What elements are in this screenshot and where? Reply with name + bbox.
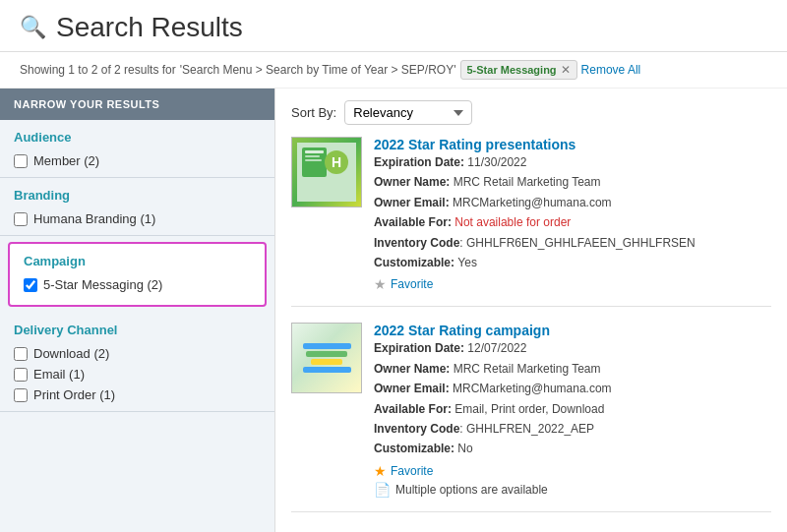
available-for-label-2: Available For: [374,402,454,416]
thumb-bar-yellow [311,359,342,365]
star-icon-2[interactable]: ★ [374,463,387,479]
exp-date-value-2: 12/07/2022 [467,341,526,355]
breadcrumb-path: 'Search Menu > Search by Time of Year > … [180,63,456,77]
main-content: NARROW YOUR RESULTS Audience Member (2) … [0,89,787,532]
result-title-1[interactable]: 2022 Star Rating presentations [374,137,575,152]
checkbox-5star-messaging[interactable] [24,278,37,292]
breadcrumb-bar: Showing 1 to 2 of 2 results for 'Search … [0,52,787,89]
multiple-options-text: Multiple options are available [395,483,548,497]
owner-email-label-1: Owner Email: [374,196,453,209]
favorite-label-1[interactable]: Favorite [391,277,433,291]
result-meta-1: Expiration Date: 11/30/2022 Owner Name: … [374,152,771,272]
favorite-label-2[interactable]: Favorite [391,464,433,478]
checkbox-print-order[interactable] [14,388,28,402]
exp-date-label-1: Expiration Date: [374,155,467,169]
svg-rect-4 [305,159,322,161]
sidebar-section-audience: Audience Member (2) [0,120,274,178]
sidebar-item-humana-branding: Humana Branding (1) [14,208,261,229]
result-details-2: 2022 Star Rating campaign Expiration Dat… [374,323,771,497]
owner-email-value-1: MRCMarketing@humana.com [453,196,612,209]
svg-rect-3 [305,155,320,157]
svg-text:H: H [332,154,341,170]
label-member[interactable]: Member (2) [33,153,99,168]
sidebar-item-email: Email (1) [14,364,261,384]
thumbnail-image-2 [292,324,361,392]
tag-remove-icon[interactable]: ✕ [561,63,571,77]
sidebar-item-member: Member (2) [14,150,261,171]
inventory-label-1: Inventory Code [374,236,459,250]
multi-options-icon: 📄 [374,482,391,498]
exp-date-value-1: 11/30/2022 [467,155,526,169]
owner-name-label-2: Owner Name: [374,362,454,376]
results-area: Sort By: Relevancy Date Title [275,89,787,532]
checkbox-humana-branding[interactable] [14,212,28,226]
available-for-value-2: Email, Print order, Download [454,402,604,416]
page-title: Search Results [56,12,243,43]
owner-email-value-2: MRCMarketing@humana.com [453,382,612,395]
sidebar-title-campaign[interactable]: Campaign [24,254,251,268]
active-filter-tag[interactable]: 5-Star Messaging ✕ [460,60,577,80]
checkbox-download[interactable] [14,347,28,361]
inventory-value-2: : GHHLFREN_2022_AEP [459,422,594,436]
checkbox-member[interactable] [14,154,28,168]
sidebar-item-download: Download (2) [14,343,261,364]
thumb-bar-green [306,351,347,357]
remove-all-link[interactable]: Remove All [581,63,641,77]
sidebar-section-campaign: Campaign 5-Star Messaging (2) [8,242,267,307]
thumbnail-image-1: H [292,138,361,207]
svg-rect-2 [305,150,324,153]
page-header: 🔍 Search Results [0,0,787,52]
customizable-value-1: Yes [457,256,477,269]
favorite-row-2: ★ Favorite [374,463,771,479]
sort-label: Sort By: [291,105,336,120]
sidebar-item-print-order: Print Order (1) [14,384,261,405]
sort-select[interactable]: Relevancy Date Title [344,100,472,125]
result-thumbnail-1: H [291,137,362,207]
favorite-row-1: ★ Favorite [374,276,771,292]
sidebar-title-audience[interactable]: Audience [14,130,261,145]
owner-name-value-2: MRC Retail Marketing Team [454,362,601,376]
inventory-label-2: Inventory Code [374,422,459,436]
label-5star-messaging[interactable]: 5-Star Messaging (2) [43,277,162,292]
label-humana-branding[interactable]: Humana Branding (1) [33,211,155,226]
customizable-label-1: Customizable: [374,256,457,269]
search-icon: 🔍 [20,15,46,40]
customizable-label-2: Customizable: [374,442,457,455]
available-for-label-1: Available For: [374,215,454,229]
sidebar-header: NARROW YOUR RESULTS [0,89,274,120]
label-email[interactable]: Email (1) [33,367,85,382]
thumb-bar-blue2 [303,367,351,373]
thumb-bar-blue [303,343,351,349]
sidebar-title-delivery[interactable]: Delivery Channel [14,323,261,337]
owner-email-label-2: Owner Email: [374,382,453,395]
label-print-order[interactable]: Print Order (1) [33,387,115,402]
star-icon-1[interactable]: ★ [374,276,387,292]
tag-label: 5-Star Messaging [467,64,557,76]
inventory-value-1: : GHHLFR6EN_GHHLFAEEN_GHHLFRSEN [459,236,695,250]
result-item-2: 2022 Star Rating campaign Expiration Dat… [291,323,771,511]
sidebar-section-delivery: Delivery Channel Download (2) Email (1) … [0,313,274,412]
available-for-value-1: Not available for order [454,215,571,229]
sort-bar: Sort By: Relevancy Date Title [291,100,771,125]
exp-date-label-2: Expiration Date: [374,341,467,355]
sidebar-section-branding: Branding Humana Branding (1) [0,178,274,236]
owner-name-label-1: Owner Name: [374,175,454,189]
owner-name-value-1: MRC Retail Marketing Team [454,175,601,189]
label-download[interactable]: Download (2) [33,346,109,361]
multiple-options-row: 📄 Multiple options are available [374,482,771,498]
result-thumbnail-2 [291,323,362,393]
customizable-value-2: No [457,442,472,455]
result-details-1: 2022 Star Rating presentations Expiratio… [374,137,771,292]
checkbox-email[interactable] [14,368,28,382]
result-title-2[interactable]: 2022 Star Rating campaign [374,323,550,338]
sidebar-title-branding[interactable]: Branding [14,188,261,203]
showing-text: Showing 1 to 2 of 2 results for [20,63,176,77]
result-item-1: H 2022 Star Rating presentations Expirat… [291,137,771,307]
sidebar-item-5star-messaging: 5-Star Messaging (2) [24,274,251,295]
result-meta-2: Expiration Date: 12/07/2022 Owner Name: … [374,338,771,458]
sidebar: NARROW YOUR RESULTS Audience Member (2) … [0,89,275,532]
